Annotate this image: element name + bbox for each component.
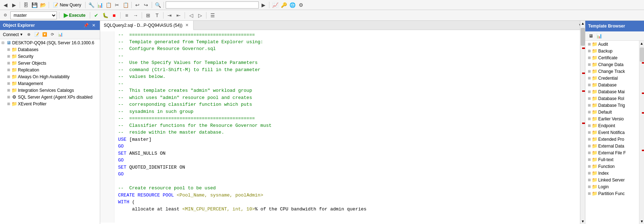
solutions-btn[interactable]: 🔑 bbox=[280, 1, 288, 9]
options-btn[interactable]: ☰ bbox=[209, 11, 216, 19]
tb-item-earlier-version[interactable]: ⊞ 📁 Earlier Versio bbox=[585, 115, 639, 122]
undo-btn[interactable]: ↩ bbox=[133, 1, 141, 9]
grid-btn[interactable]: ⊞ bbox=[144, 11, 152, 19]
search-go[interactable]: ▶ bbox=[259, 1, 267, 9]
close-icon[interactable]: ✕ bbox=[91, 22, 97, 29]
format-btn[interactable]: ≡ bbox=[123, 11, 131, 19]
error-mark-2 bbox=[582, 73, 585, 74]
inc-indent-btn[interactable]: ⇥ bbox=[166, 11, 174, 19]
activity-monitor-btn[interactable]: 📈 bbox=[271, 1, 279, 9]
change-data-expand: ⊞ bbox=[587, 63, 592, 66]
oe-refresh-btn[interactable]: ⟳ bbox=[49, 31, 56, 38]
redo-btn[interactable]: ↪ bbox=[142, 1, 150, 9]
tb-item-external-file[interactable]: ⊞ 📁 External File F bbox=[585, 149, 639, 156]
toolbar-btn-e[interactable]: 📋 bbox=[122, 1, 130, 9]
change-track-label: Change Track bbox=[597, 69, 625, 74]
server-node[interactable]: ⊟ 🖥 DESKTOP-QQ94 (SQL Server 16.0.1000.6 bbox=[0, 39, 100, 46]
tb-item-extended-properties[interactable]: ⊞ 📁 Extended Pro bbox=[585, 136, 639, 143]
debug-btn[interactable]: ⚙ bbox=[1, 11, 9, 19]
tree-item-security[interactable]: ⊞ 📁 Security bbox=[0, 53, 100, 60]
left-align-btn[interactable]: ◁ bbox=[187, 11, 195, 19]
scroll-thumb[interactable] bbox=[581, 28, 585, 46]
dec-indent-btn[interactable]: ⇤ bbox=[175, 11, 182, 19]
active-tab[interactable]: SQLQuery2.sql - D...P-QQ94\ASUS (54)) ✕ bbox=[100, 21, 194, 30]
stop-btn[interactable]: ■ bbox=[110, 11, 118, 19]
pin-icon[interactable]: 📌 bbox=[83, 22, 89, 29]
tb-scroll-thumb[interactable] bbox=[640, 48, 644, 62]
indent-btn[interactable]: → bbox=[132, 11, 140, 19]
tb-item-partition-func[interactable]: ⊞ 📁 Partition Func bbox=[585, 190, 639, 197]
open-btn[interactable]: 📂 bbox=[39, 1, 47, 9]
tree-item-databases[interactable]: ⊞ 📁 Databases bbox=[0, 46, 100, 53]
oe-disconnect-btn[interactable]: ⊗ bbox=[25, 31, 33, 38]
tb-scroll-up[interactable]: ▲ bbox=[639, 41, 644, 46]
new-db-btn[interactable]: 🗄 bbox=[22, 1, 30, 9]
tb-item-linked-server[interactable]: ⊞ 📁 Linked Server bbox=[585, 176, 639, 183]
database-selector[interactable]: master bbox=[10, 11, 57, 19]
scroll-up-arrow[interactable]: ▲ bbox=[580, 21, 585, 26]
code-content[interactable]: -- =====================================… bbox=[114, 31, 585, 223]
top-toolbar: ◀ ▶ 🗄 💾 📂 📝 New Query 🔧 📊 📋 ✂ 📋 ↩ ↪ 🔍 ▶ … bbox=[0, 0, 644, 10]
header-icons: 📌 ✕ bbox=[83, 22, 97, 29]
oe-filter-btn[interactable]: 🔽 bbox=[41, 31, 48, 38]
tb-item-event-notification[interactable]: ⊞ 📁 Event Notifica bbox=[585, 129, 639, 136]
search-input[interactable] bbox=[166, 1, 259, 9]
tb-item-index[interactable]: ⊞ 📁 Index bbox=[585, 170, 639, 176]
oe-new-query-btn[interactable]: 📝 bbox=[33, 31, 40, 38]
toolbar-btn-a[interactable]: 🔧 bbox=[87, 1, 95, 9]
back-btn[interactable]: ◀ bbox=[1, 1, 9, 9]
tree-item-sql-agent[interactable]: ⊞ ⚙ SQL Server Agent (Agent XPs disabled bbox=[0, 94, 100, 100]
execute-button[interactable]: ▶ Execute bbox=[62, 11, 88, 19]
extended-label: Extended Pro bbox=[597, 137, 624, 142]
tb-item-backup[interactable]: ⊞ 📁 Backup bbox=[585, 48, 639, 54]
save-btn[interactable]: 💾 bbox=[30, 1, 38, 9]
extra-btn[interactable]: ⚙ bbox=[297, 1, 305, 9]
tb-item-database[interactable]: ⊞ 📁 Database bbox=[585, 81, 639, 88]
parse-btn[interactable]: ✔ bbox=[92, 11, 100, 19]
tree-item-is-catalogs[interactable]: ⊞ 📁 Integration Services Catalogs bbox=[0, 87, 100, 94]
new-query-button[interactable]: 📝 New Query bbox=[51, 1, 83, 9]
scroll-down-arrow[interactable]: ▼ bbox=[580, 219, 585, 224]
code-editor[interactable]: -- =====================================… bbox=[100, 30, 585, 224]
search-btn[interactable]: 🔍 bbox=[154, 1, 162, 9]
backup-expand: ⊞ bbox=[587, 49, 592, 53]
tb-item-credential[interactable]: ⊞ 📁 Credential bbox=[585, 75, 639, 81]
tb-item-external-data[interactable]: ⊞ 📁 External Data bbox=[585, 143, 639, 149]
connect-dropdown-icon: ▼ bbox=[20, 33, 23, 36]
connect-btn2[interactable]: 🌐 bbox=[288, 1, 296, 9]
tb-server-templates-btn[interactable]: 🖥 bbox=[587, 32, 595, 40]
tb-scrollbar[interactable]: ▲ ▼ bbox=[639, 41, 644, 224]
tb-scroll-down[interactable]: ▼ bbox=[639, 219, 644, 224]
tb-item-login[interactable]: ⊞ 📁 Login bbox=[585, 183, 639, 190]
fwd-btn[interactable]: ▶ bbox=[10, 1, 18, 9]
text-btn[interactable]: T bbox=[153, 11, 161, 19]
oe-activity-btn[interactable]: 📊 bbox=[57, 31, 64, 38]
tb-item-endpoint[interactable]: ⊞ 📁 Endpoint bbox=[585, 122, 639, 129]
editor-vscroll[interactable]: ▲ ▼ bbox=[580, 21, 585, 224]
tb-item-default[interactable]: ⊞ 📁 Default bbox=[585, 109, 639, 115]
tb-item-database-role[interactable]: ⊞ 📁 Database Rol bbox=[585, 95, 639, 102]
tb-item-fulltext[interactable]: ⊞ 📁 Full-text bbox=[585, 156, 639, 163]
tree-item-replication[interactable]: ⊞ 📁 Replication bbox=[0, 66, 100, 73]
tb-item-change-track[interactable]: ⊞ 📁 Change Track bbox=[585, 68, 639, 75]
tb-analysis-btn[interactable]: 📊 bbox=[595, 32, 603, 40]
tree-item-xevent[interactable]: ⊞ 📁 XEvent Profiler bbox=[0, 100, 100, 107]
right-align-btn[interactable]: ▷ bbox=[196, 11, 204, 19]
tb-item-function[interactable]: ⊞ 📁 Function bbox=[585, 163, 639, 170]
tree-item-management[interactable]: ⊞ 📁 Management bbox=[0, 80, 100, 87]
tb-item-database-mail[interactable]: ⊞ 📁 Database Mai bbox=[585, 88, 639, 95]
connect-button[interactable]: Connect ▼ bbox=[1, 31, 25, 38]
tree-item-server-objects[interactable]: ⊞ 📁 Server Objects bbox=[0, 60, 100, 66]
tree-item-always-on[interactable]: ⊞ 📁 Always On High Availability bbox=[0, 73, 100, 80]
debug2-btn[interactable]: 🐛 bbox=[101, 11, 109, 19]
tb-item-audit[interactable]: ⊞ 📁 Audit bbox=[585, 41, 639, 48]
toolbar-btn-d[interactable]: ✂ bbox=[113, 1, 121, 9]
toolbar-btn-c[interactable]: 📋 bbox=[104, 1, 112, 9]
tb-item-certificate[interactable]: ⊞ 📁 Certificate bbox=[585, 54, 639, 61]
sep13 bbox=[185, 12, 185, 19]
tab-close-button[interactable]: ✕ bbox=[184, 23, 190, 28]
toolbar-btn-b[interactable]: 📊 bbox=[96, 1, 104, 9]
tb-item-change-data[interactable]: ⊞ 📁 Change Data bbox=[585, 61, 639, 68]
partition-expand: ⊞ bbox=[587, 191, 592, 195]
tb-item-database-trigger[interactable]: ⊞ 📁 Database Trig bbox=[585, 102, 639, 109]
